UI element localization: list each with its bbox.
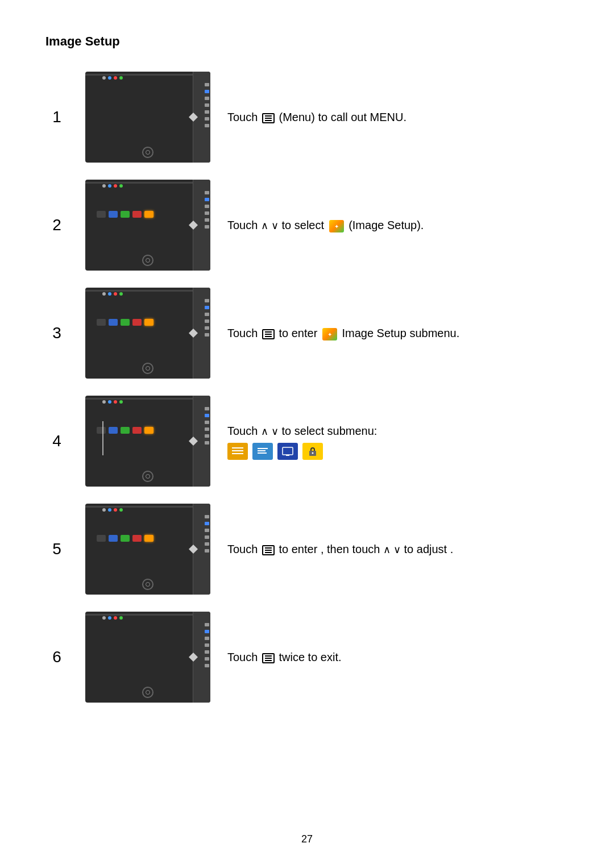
arrows-5: ∧ ∨: [383, 544, 401, 555]
sp-item3: [205, 103, 209, 107]
cursor-4: [189, 437, 198, 446]
power-area-6: [142, 687, 154, 698]
cursor-3: [189, 329, 198, 338]
side-panel-3: [205, 299, 209, 337]
side-panel-4: [205, 407, 209, 445]
step-prefix-4: Touch: [227, 425, 261, 437]
sub-icon-bars: [227, 443, 248, 460]
menu-icon-inline-6: [262, 653, 275, 663]
step-text-6: Touch twice to exit.: [227, 649, 569, 666]
monitor-screen-3: [85, 288, 210, 379]
menu-icon-inline-3: [262, 329, 275, 339]
arrows-2: ∧ ∨: [261, 220, 279, 231]
top-dots-2: [102, 184, 123, 188]
side-panel-5: [205, 515, 209, 553]
dot-4: [119, 76, 123, 80]
sp-item5: [205, 117, 209, 121]
cursor-6: [189, 653, 198, 662]
step-row-5: 5: [45, 504, 569, 595]
step-row-1: 1: [45, 72, 569, 163]
monitor-image-6: [85, 612, 210, 703]
sub-icon-list: [252, 443, 273, 460]
monitor-image-1: [85, 72, 210, 163]
cursor-5: [189, 545, 198, 554]
step-text-4: Touch ∧ ∨ to select submenu:: [227, 422, 569, 460]
h-menu-icons-5: [97, 535, 154, 542]
monitor-screen-5: [85, 504, 210, 595]
step-prefix-5: Touch: [227, 543, 261, 555]
sp-item4: [205, 110, 209, 114]
monitor-image-3: [85, 288, 210, 379]
power-area-2: [142, 255, 154, 266]
sp-item2: [205, 97, 209, 100]
power-area-4: [142, 471, 154, 482]
power-icon-1: [146, 150, 150, 155]
step-text-2: Touch ∧ ∨ to select (Image Setup).: [227, 217, 569, 234]
side-panel-1: [205, 83, 209, 127]
top-bar-5: [85, 506, 193, 508]
monitor-image-5: [85, 504, 210, 595]
top-bar-4: [85, 398, 193, 400]
top-bar-2: [85, 182, 193, 184]
svg-rect-3: [258, 448, 268, 449]
cursor-2: [189, 221, 198, 230]
menu-icon-inline-5: [262, 545, 275, 555]
svg-rect-7: [286, 455, 289, 456]
image-setup-icon-3: [322, 328, 337, 340]
svg-rect-5: [258, 452, 267, 454]
step-prefix-3: Touch: [227, 327, 261, 339]
step-number-3: 3: [45, 324, 68, 342]
power-area-5: [142, 579, 154, 590]
step-number-2: 2: [45, 216, 68, 234]
screen-indicator-4: [102, 421, 103, 455]
side-panel-2: [205, 191, 209, 229]
sp-item-h: [205, 90, 209, 93]
svg-rect-4: [258, 450, 265, 451]
monitor-screen-1: [85, 72, 210, 163]
step-number-4: 4: [45, 432, 68, 450]
svg-rect-0: [232, 447, 243, 448]
page-container: Image Setup 1: [0, 0, 614, 754]
h-menu-icons-3: [97, 319, 154, 326]
h-menu-icons-2: [97, 211, 154, 218]
monitor-screen-2: [85, 180, 210, 271]
monitor-image-4: [85, 396, 210, 487]
sub-icon-lock: [302, 443, 323, 460]
arrows-4: ∧ ∨: [261, 426, 279, 437]
monitor-image-2: [85, 180, 210, 271]
top-dots-6: [102, 616, 123, 620]
h-menu-icons-4: [97, 427, 154, 434]
sp-item6: [205, 124, 209, 127]
monitor-screen-4: [85, 396, 210, 487]
step-number-6: 6: [45, 648, 68, 666]
top-bar-3: [85, 290, 193, 292]
image-setup-icon-2: [329, 220, 344, 232]
svg-point-9: [312, 452, 314, 454]
top-dots-5: [102, 508, 123, 512]
step-row-4: 4: [45, 396, 569, 487]
step-row-6: 6: [45, 612, 569, 703]
top-dots-4: [102, 400, 123, 404]
submenu-icons: [227, 443, 569, 460]
step-row-2: 2: [45, 180, 569, 271]
svg-rect-6: [283, 447, 293, 455]
top-bar-6: [85, 614, 193, 616]
menu-icon-inline-1: [262, 113, 275, 123]
top-dots-1: [102, 76, 123, 80]
sp-item: [205, 83, 209, 86]
svg-rect-2: [232, 453, 243, 454]
step-prefix-2: Touch: [227, 219, 261, 231]
step-prefix-6: Touch: [227, 651, 261, 663]
step-number-1: 1: [45, 108, 68, 126]
monitor-screen-6: [85, 612, 210, 703]
sub-icon-screen: [277, 443, 298, 460]
step-text-1: Touch (Menu) to call out MENU.: [227, 109, 569, 126]
step-text-5: Touch to enter , then touch ∧ ∨ to adjus…: [227, 541, 569, 558]
dot-2: [108, 76, 111, 80]
step-text-3: Touch to enter Image Setup submenu.: [227, 325, 569, 342]
top-dots-3: [102, 292, 123, 296]
step-prefix-1: Touch: [227, 111, 261, 123]
svg-rect-1: [232, 450, 243, 451]
step-desc-1: (Menu) to call out MENU.: [279, 111, 407, 123]
step-row-3: 3: [45, 288, 569, 379]
